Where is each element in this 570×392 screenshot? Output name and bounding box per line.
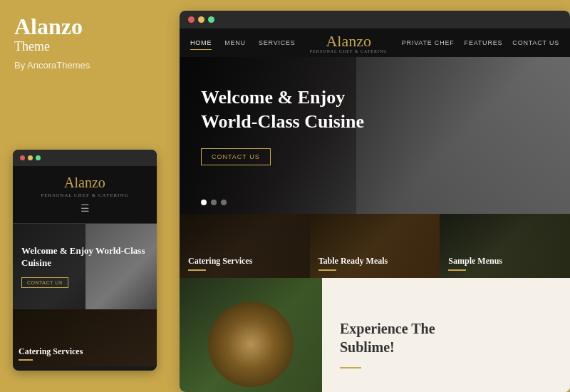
bottom-title: Experience The Sublime!: [340, 319, 552, 356]
nav-link-features[interactable]: FEATURES: [465, 36, 503, 49]
bottom-text-area: Experience The Sublime!: [322, 278, 570, 392]
site-nav: HOME MENU SERVICES Alanzo Personal Chef …: [180, 29, 570, 57]
food-visual: [208, 301, 294, 387]
mobile-dot-yellow: [28, 155, 33, 160]
nav-link-contact[interactable]: CONTACT US: [512, 36, 559, 49]
mobile-header: Alanzo Personal Chef & Catering ☰: [13, 166, 157, 224]
service-card-3-accent: [448, 269, 466, 271]
nav-link-services[interactable]: SERVICES: [259, 36, 296, 49]
hero-dot-1[interactable]: [201, 200, 207, 205]
mobile-logo: Alanzo: [20, 175, 150, 191]
bottom-food-image: [180, 278, 322, 392]
hero-cta-button[interactable]: CONTACT US: [201, 148, 271, 165]
nav-links-right: PRIVATE CHEF FEATURES CONTACT US: [402, 36, 559, 49]
service-card-2-content: Table Ready Meals: [318, 256, 388, 271]
mobile-service-card[interactable]: Catering Services: [13, 309, 157, 366]
browser-dot-red[interactable]: [188, 16, 195, 23]
mobile-hero-text: Welcome & Enjoy World-Class Cuisine CONT…: [21, 245, 148, 289]
service-card-1-content: Catering Services: [188, 256, 252, 271]
service-cards-row: Catering Services Table Ready Meals Samp…: [180, 214, 570, 278]
browser-dot-green[interactable]: [208, 16, 214, 23]
mobile-dot-green: [36, 155, 41, 160]
hero-section: Welcome & Enjoy World-Class Cuisine CONT…: [180, 57, 570, 214]
nav-logo: Alanzo Personal Chef & Catering: [296, 32, 402, 53]
browser-dot-yellow[interactable]: [198, 16, 204, 23]
hero-dot-3[interactable]: [221, 200, 227, 205]
bottom-section: Experience The Sublime!: [180, 278, 570, 392]
left-panel: Alanzo Theme By AncoraThemes Alanzo Pers…: [0, 0, 177, 392]
service-card-1-accent: [188, 269, 206, 271]
nav-logo-sub: Personal Chef & Catering: [296, 49, 402, 53]
nav-links-left: HOME MENU SERVICES: [190, 36, 296, 50]
nav-link-private-chef[interactable]: PRIVATE CHEF: [402, 36, 455, 49]
service-card-2-title: Table Ready Meals: [318, 256, 388, 267]
service-card-sample-menus[interactable]: Sample Menus: [440, 214, 570, 278]
service-card-3-title: Sample Menus: [448, 256, 502, 267]
mobile-window-controls: [13, 150, 157, 166]
mobile-hero: Welcome & Enjoy World-Class Cuisine CONT…: [13, 224, 157, 309]
mobile-service-underline: [19, 359, 33, 361]
service-card-1-title: Catering Services: [188, 256, 252, 267]
hero-content: Welcome & Enjoy World-Class Cuisine CONT…: [180, 57, 570, 194]
hero-title: Welcome & Enjoy World-Class Cuisine: [201, 86, 549, 134]
theme-subtitle: Theme: [14, 39, 162, 54]
nav-logo-text: Alanzo: [326, 32, 371, 50]
mobile-logo-sub: Personal Chef & Catering: [20, 192, 150, 198]
theme-title: Alanzo: [14, 14, 162, 39]
nav-link-home[interactable]: HOME: [190, 36, 212, 50]
browser-chrome: [180, 11, 570, 29]
mobile-service-label: Catering Services: [19, 346, 83, 357]
mobile-welcome-text: Welcome & Enjoy World-Class Cuisine: [21, 245, 148, 269]
service-card-2-accent: [318, 269, 336, 271]
mobile-cta-button[interactable]: CONTACT US: [21, 277, 68, 288]
bottom-accent-line: [340, 367, 361, 368]
theme-by: By AncoraThemes: [14, 60, 162, 71]
mobile-dot-red: [20, 155, 25, 160]
browser-panel: HOME MENU SERVICES Alanzo Personal Chef …: [180, 11, 570, 392]
hero-carousel-dots: [201, 200, 227, 205]
hamburger-icon[interactable]: ☰: [20, 202, 150, 215]
nav-link-menu[interactable]: MENU: [224, 36, 246, 49]
service-card-catering[interactable]: Catering Services: [180, 214, 310, 278]
service-card-table-ready[interactable]: Table Ready Meals: [310, 214, 440, 278]
mobile-preview: Alanzo Personal Chef & Catering ☰ Welcom…: [13, 150, 157, 371]
service-card-3-content: Sample Menus: [448, 256, 502, 271]
hero-dot-2[interactable]: [211, 200, 217, 205]
